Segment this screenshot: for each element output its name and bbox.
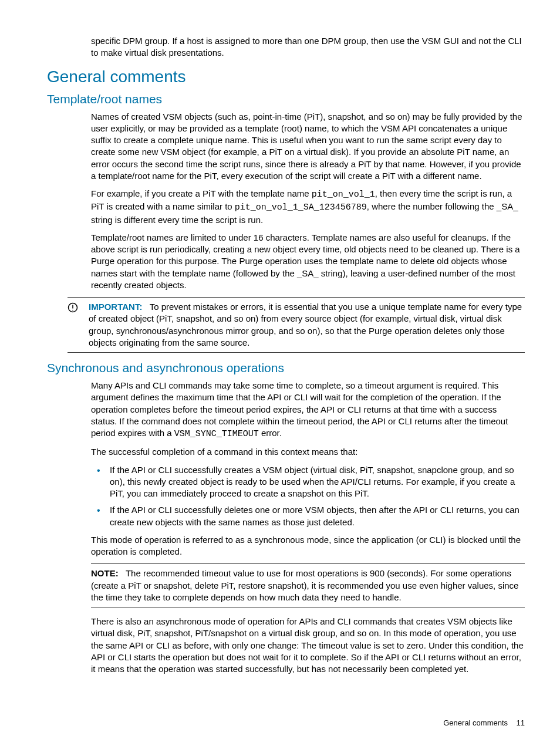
text-span: For example, if you create a PiT with th… <box>91 188 312 198</box>
code-pit-on-vol-1: pit_on_vol_1 <box>312 190 375 200</box>
list-item: If the API or CLI successfully deletes o… <box>105 504 525 528</box>
important-text: To prevent mistakes or errors, it is ess… <box>89 302 522 347</box>
page: specific DPM group. If a host is assigne… <box>0 0 560 746</box>
text-span: error. <box>259 428 282 438</box>
lead-paragraph: specific DPM group. If a host is assigne… <box>91 35 525 59</box>
heading-sync-async-operations: Synchronous and asynchronous operations <box>47 361 525 375</box>
template-para-1: Names of created VSM objects (such as, p… <box>91 111 525 183</box>
note-text: The recommended timeout value to use for… <box>91 568 518 602</box>
sync-bullets: If the API or CLI successfully creates a… <box>91 464 525 528</box>
sync-para-1: Many APIs and CLI commands may take some… <box>91 380 525 440</box>
heading-template-root-names: Template/root names <box>47 92 525 106</box>
important-callout: IMPORTANT: To prevent mistakes or errors… <box>68 297 525 353</box>
list-item: If the API or CLI successfully creates a… <box>105 464 525 500</box>
section-sync-async: Many APIs and CLI commands may take some… <box>91 380 525 675</box>
footer-section-title: General comments <box>443 718 508 727</box>
heading-general-comments: General comments <box>47 67 525 86</box>
note-label: NOTE: <box>91 568 119 578</box>
footer-page-number: 11 <box>517 718 525 727</box>
code-vsm-sync-timeout: VSM_SYNC_TIMEOUT <box>174 429 259 439</box>
note-callout: NOTE: The recommended timeout value to u… <box>91 563 525 607</box>
sync-para-4: There is also an asynchronous mode of op… <box>91 616 525 675</box>
page-footer: General comments 11 <box>443 718 525 727</box>
template-para-3: Template/root names are limited to under… <box>91 232 525 291</box>
code-pit-on-vol-1-sa: pit_on_vol_1_SA_123456789 <box>235 202 367 212</box>
important-icon <box>68 301 89 313</box>
svg-point-2 <box>72 310 73 311</box>
important-label: IMPORTANT: <box>89 302 142 312</box>
sync-para-3: This mode of operation is referred to as… <box>91 534 525 558</box>
sync-para-2: The successful completion of a command i… <box>91 446 525 458</box>
template-para-2: For example, if you create a PiT with th… <box>91 188 525 226</box>
text-span: Many APIs and CLI commands may take some… <box>91 380 508 438</box>
lead-paragraph-block: specific DPM group. If a host is assigne… <box>91 35 525 59</box>
section-template-root-names: Names of created VSM objects (such as, p… <box>91 111 525 292</box>
important-body: IMPORTANT: To prevent mistakes or errors… <box>89 301 525 349</box>
